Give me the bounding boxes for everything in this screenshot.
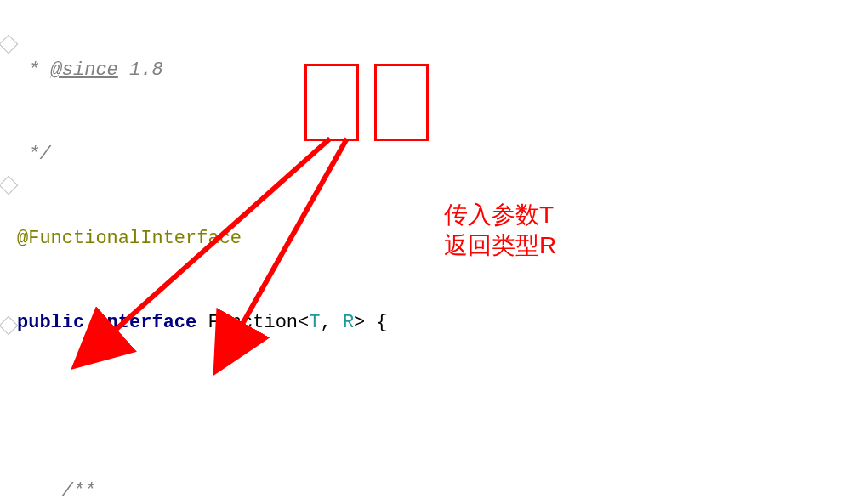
generic-close-brace: > { (354, 312, 388, 333)
since-version: 1.8 (118, 59, 163, 81)
type-param-R: R (343, 312, 354, 333)
interface-name: Function (208, 312, 298, 333)
type-param-T: T (309, 312, 320, 333)
generic-open: < (298, 312, 309, 333)
annotation-line-2: 返回类型R (444, 230, 556, 261)
comma: , (320, 312, 342, 333)
annotation-functional-interface: @FunctionalInterface (17, 228, 242, 249)
comment-text: * (17, 59, 51, 81)
keyword-interface: interface (95, 312, 196, 333)
javadoc-open: /** (17, 480, 95, 501)
comment-end: */ (17, 144, 51, 165)
highlight-box-R (374, 64, 429, 141)
keyword-public: public (17, 312, 84, 333)
annotation-line-1: 传入参数T (444, 200, 556, 230)
javadoc-tag-since: @since (51, 59, 118, 81)
highlight-box-T (304, 64, 359, 141)
annotation-text: 传入参数T 返回类型R (444, 200, 556, 262)
